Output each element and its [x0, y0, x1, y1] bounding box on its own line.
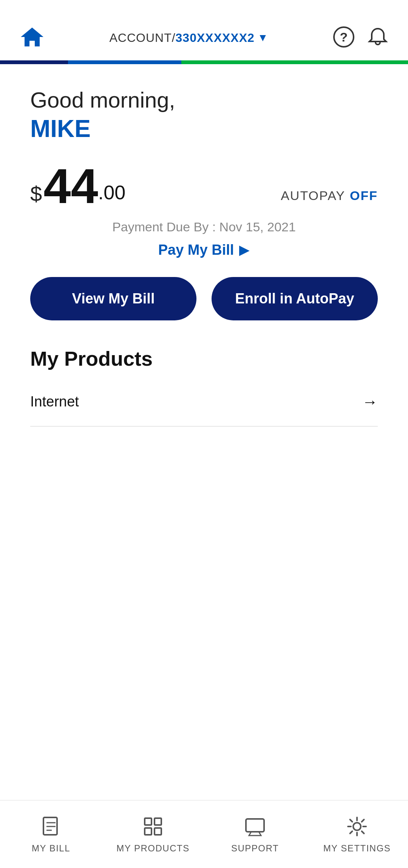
header: ACCOUNT/ 330XXXXXX2 ▼ ? — [0, 0, 408, 60]
pay-bill-text: Pay My Bill — [158, 242, 234, 258]
buttons-row: View My Bill Enroll in AutoPay — [30, 277, 378, 320]
svg-point-11 — [353, 823, 361, 830]
view-bill-button[interactable]: View My Bill — [30, 277, 196, 320]
product-name-internet: Internet — [30, 394, 79, 410]
help-icon[interactable]: ? — [332, 26, 355, 50]
pay-bill-link[interactable]: Pay My Bill ▶ — [30, 242, 378, 258]
greeting-text: Good morning, — [30, 87, 378, 113]
progress-segment-3 — [181, 60, 408, 64]
autopay-label: AUTOPAY — [281, 188, 345, 203]
greeting: Good morning, MIKE — [30, 87, 378, 143]
product-arrow-icon: → — [362, 393, 378, 411]
autopay-area: AUTOPAY OFF — [281, 188, 378, 203]
greeting-name: MIKE — [30, 115, 378, 143]
products-list: Internet → — [30, 378, 378, 426]
products-section-title: My Products — [30, 347, 378, 370]
nav-item-support[interactable]: SUPPORT — [204, 815, 306, 854]
nav-item-my-bill[interactable]: MY BILL — [0, 815, 102, 854]
nav-item-my-settings[interactable]: MY SETTINGS — [306, 815, 408, 854]
progress-segment-1 — [0, 60, 68, 64]
amount-main: 44 — [43, 162, 98, 211]
support-icon — [244, 815, 266, 839]
svg-rect-10 — [246, 819, 264, 832]
amount-cents: .00 — [98, 181, 125, 204]
account-label: ACCOUNT/ — [109, 31, 175, 45]
progress-bar — [0, 60, 408, 64]
pay-bill-arrow-icon: ▶ — [239, 242, 250, 258]
svg-rect-6 — [145, 818, 151, 825]
main-content: Good morning, MIKE $ 44 .00 AUTOPAY OFF … — [0, 64, 408, 426]
settings-icon — [346, 815, 368, 839]
nav-label-my-bill: MY BILL — [32, 843, 70, 854]
account-selector[interactable]: ACCOUNT/ 330XXXXXX2 ▼ — [109, 31, 268, 45]
product-item-internet[interactable]: Internet → — [30, 378, 378, 426]
bottom-nav: MY BILL MY PRODUCTS SUPPORT — [0, 800, 408, 868]
chevron-down-icon: ▼ — [258, 32, 269, 44]
header-icons: ? — [332, 26, 389, 50]
svg-text:?: ? — [340, 30, 348, 44]
nav-label-support: SUPPORT — [231, 843, 279, 854]
progress-segment-2 — [68, 60, 181, 64]
bill-icon — [40, 815, 62, 839]
svg-rect-8 — [145, 828, 151, 835]
nav-label-my-products: MY PRODUCTS — [116, 843, 189, 854]
enroll-autopay-button[interactable]: Enroll in AutoPay — [212, 277, 378, 320]
nav-label-my-settings: MY SETTINGS — [323, 843, 391, 854]
products-icon — [142, 815, 164, 839]
autopay-status: OFF — [350, 188, 378, 203]
notification-icon[interactable] — [366, 26, 389, 50]
svg-rect-7 — [155, 818, 161, 825]
nav-item-my-products[interactable]: MY PRODUCTS — [102, 815, 204, 854]
bill-amount-row: $ 44 .00 AUTOPAY OFF — [30, 162, 378, 211]
currency-symbol: $ — [30, 182, 42, 206]
home-icon[interactable] — [19, 26, 45, 50]
svg-rect-9 — [155, 828, 161, 835]
payment-due: Payment Due By : Nov 15, 2021 — [30, 220, 378, 234]
account-number: 330XXXXXX2 — [176, 31, 255, 45]
